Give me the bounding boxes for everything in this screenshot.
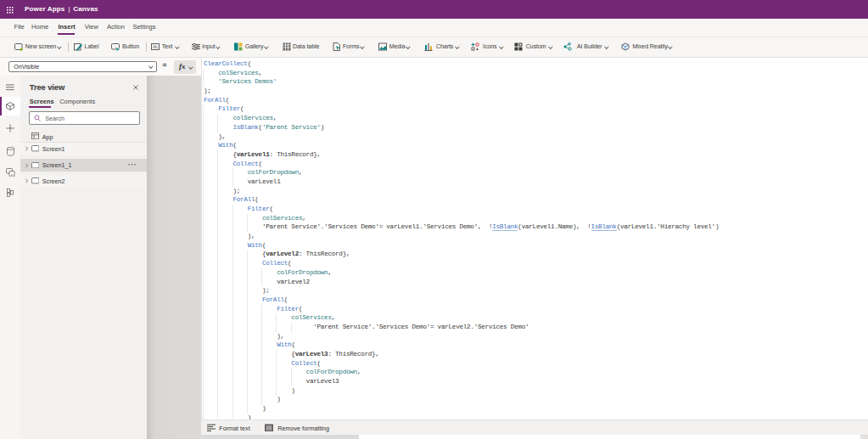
svg-text:Ab: Ab: [153, 45, 158, 49]
